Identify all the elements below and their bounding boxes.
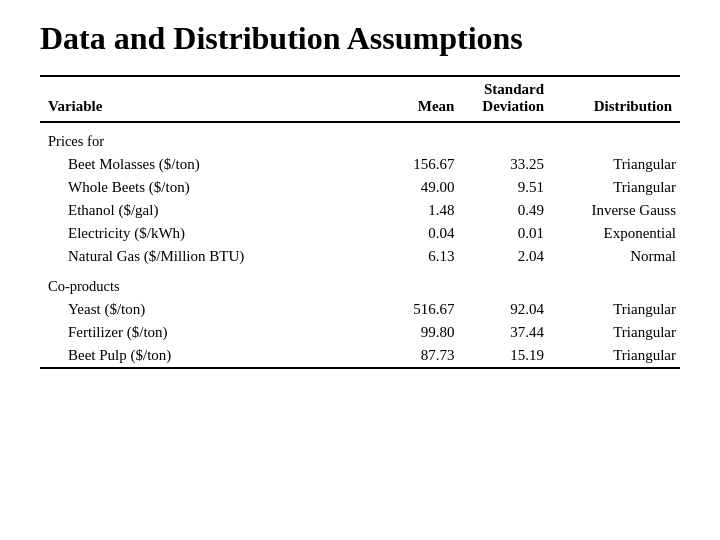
cell-mean: 156.67 xyxy=(373,153,463,176)
cell-std: 9.51 xyxy=(462,176,552,199)
table-row: Natural Gas ($/Million BTU)6.132.04Norma… xyxy=(40,245,680,268)
col-header-distribution: Distribution xyxy=(552,76,680,122)
cell-mean: 0.04 xyxy=(373,222,463,245)
cell-variable: Natural Gas ($/Million BTU) xyxy=(40,245,373,268)
cell-variable: Whole Beets ($/ton) xyxy=(40,176,373,199)
cell-std: 2.04 xyxy=(462,245,552,268)
cell-mean: 1.48 xyxy=(373,199,463,222)
section-label: Co-products xyxy=(40,268,680,298)
cell-std: 92.04 xyxy=(462,298,552,321)
cell-distribution: Triangular xyxy=(552,298,680,321)
table-footer-line xyxy=(40,368,680,373)
col-header-variable: Variable xyxy=(40,76,373,122)
cell-variable: Fertilizer ($/ton) xyxy=(40,321,373,344)
cell-distribution: Exponential xyxy=(552,222,680,245)
cell-mean: 87.73 xyxy=(373,344,463,368)
cell-variable: Yeast ($/ton) xyxy=(40,298,373,321)
cell-mean: 49.00 xyxy=(373,176,463,199)
cell-distribution: Inverse Gauss xyxy=(552,199,680,222)
table-row: Whole Beets ($/ton)49.009.51Triangular xyxy=(40,176,680,199)
table-row: Electricity ($/kWh)0.040.01Exponential xyxy=(40,222,680,245)
cell-mean: 516.67 xyxy=(373,298,463,321)
cell-variable: Ethanol ($/gal) xyxy=(40,199,373,222)
cell-variable: Beet Molasses ($/ton) xyxy=(40,153,373,176)
cell-distribution: Triangular xyxy=(552,176,680,199)
cell-mean: 6.13 xyxy=(373,245,463,268)
data-table: Variable Mean Standard Deviation Distrib… xyxy=(40,75,680,373)
cell-mean: 99.80 xyxy=(373,321,463,344)
cell-distribution: Normal xyxy=(552,245,680,268)
cell-distribution: Triangular xyxy=(552,321,680,344)
table-row: Fertilizer ($/ton)99.8037.44Triangular xyxy=(40,321,680,344)
table-row: Beet Molasses ($/ton)156.6733.25Triangul… xyxy=(40,153,680,176)
table-row: Yeast ($/ton)516.6792.04Triangular xyxy=(40,298,680,321)
cell-std: 33.25 xyxy=(462,153,552,176)
table-row: Beet Pulp ($/ton)87.7315.19Triangular xyxy=(40,344,680,368)
col-header-std: Standard Deviation xyxy=(462,76,552,122)
cell-std: 0.49 xyxy=(462,199,552,222)
cell-std: 0.01 xyxy=(462,222,552,245)
cell-std: 37.44 xyxy=(462,321,552,344)
cell-distribution: Triangular xyxy=(552,344,680,368)
col-header-mean: Mean xyxy=(373,76,463,122)
table-row: Ethanol ($/gal)1.480.49Inverse Gauss xyxy=(40,199,680,222)
cell-distribution: Triangular xyxy=(552,153,680,176)
cell-variable: Beet Pulp ($/ton) xyxy=(40,344,373,368)
page-title: Data and Distribution Assumptions xyxy=(40,20,680,57)
section-label: Prices for xyxy=(40,122,680,153)
cell-std: 15.19 xyxy=(462,344,552,368)
cell-variable: Electricity ($/kWh) xyxy=(40,222,373,245)
